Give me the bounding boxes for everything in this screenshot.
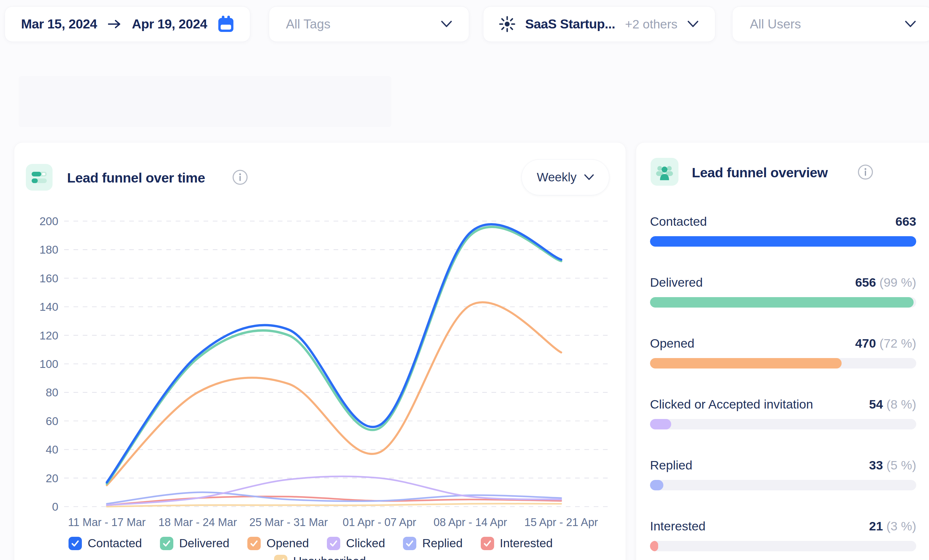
- legend-label: Unsubscribed: [293, 554, 366, 560]
- lead-funnel-line-chart: 02040608010012014016018020011 Mar - 17 M…: [14, 142, 625, 560]
- series-line-unsubscribed: [107, 504, 561, 506]
- y-axis-tick-label: 20: [46, 472, 58, 485]
- overview-row-value: 663: [895, 214, 916, 228]
- legend-item-replied[interactable]: Replied: [403, 537, 463, 550]
- y-axis-tick-label: 160: [40, 272, 58, 285]
- legend-checkbox-checked[interactable]: [403, 537, 416, 550]
- overview-row-label: Delivered: [650, 275, 703, 289]
- checkmark-icon: [330, 540, 338, 547]
- overview-progress-fill: [650, 419, 671, 430]
- overview-progress-track: [650, 480, 916, 490]
- overview-progress-fill: [650, 236, 916, 246]
- overview-row-value: 656: [855, 275, 876, 289]
- info-icon[interactable]: [857, 164, 874, 180]
- overview-card-title: Lead funnel overview: [692, 165, 828, 181]
- overview-row-percent: (3 %): [883, 519, 916, 533]
- date-range-picker[interactable]: Mar 15, 2024 Apr 19, 2024: [5, 6, 250, 42]
- overview-row-value: 33: [869, 458, 883, 472]
- overview-row-replied: Replied33 (5 %): [650, 458, 916, 490]
- overview-progress-fill: [650, 541, 658, 551]
- checkmark-icon: [162, 540, 171, 547]
- overview-row-value: 21: [869, 519, 883, 533]
- legend-label: Replied: [422, 537, 463, 550]
- legend-checkbox-checked[interactable]: [247, 537, 261, 550]
- overview-row-percent: (99 %): [876, 275, 916, 289]
- legend-checkbox-checked[interactable]: [327, 537, 340, 550]
- legend-item-contacted[interactable]: Contacted: [69, 537, 142, 550]
- chevron-down-icon: [584, 174, 594, 181]
- tags-filter-placeholder: All Tags: [286, 17, 330, 31]
- legend-label: Interested: [500, 537, 553, 550]
- series-line-delivered: [107, 227, 561, 484]
- sun-icon: [499, 16, 515, 32]
- legend-label: Clicked: [346, 537, 385, 550]
- users-filter-dropdown[interactable]: All Users: [732, 6, 929, 42]
- overview-row-numbers: 54 (8 %): [869, 397, 916, 412]
- legend-checkbox-checked[interactable]: [160, 537, 173, 550]
- period-selector-dropdown[interactable]: Weekly: [521, 159, 609, 195]
- legend-label: Opened: [267, 537, 309, 550]
- users-filter-placeholder: All Users: [750, 17, 801, 31]
- legend-checkbox-checked[interactable]: [69, 537, 82, 550]
- lead-funnel-overview-card: Lead funnel overview Contacted663Deliver…: [636, 142, 929, 560]
- legend-item-unsubscribed[interactable]: Unsubscribed: [274, 554, 366, 560]
- overview-progress-track: [650, 358, 916, 369]
- legend-label: Contacted: [88, 537, 142, 550]
- legend-item-clicked[interactable]: Clicked: [327, 537, 385, 550]
- overview-row-label: Replied: [650, 458, 692, 472]
- series-line-contacted: [107, 224, 561, 482]
- arrow-right-icon: [108, 19, 121, 29]
- chart-card-title: Lead funnel over time: [67, 170, 205, 186]
- legend-item-interested[interactable]: Interested: [481, 537, 553, 550]
- legend-checkbox-checked[interactable]: [274, 555, 287, 560]
- overview-row-label: Clicked or Accepted invitation: [650, 397, 813, 412]
- campaign-filter-dropdown[interactable]: SaaS Startup... +2 others: [483, 6, 715, 42]
- overview-row-label: Opened: [650, 336, 694, 350]
- info-icon[interactable]: [232, 169, 248, 185]
- chart-legend-row-2: Unsubscribed: [14, 554, 625, 560]
- bar-chart-icon: [26, 164, 52, 191]
- y-axis-tick-label: 140: [40, 301, 58, 313]
- x-axis-tick-label: 18 Mar - 24 Mar: [158, 516, 237, 528]
- empty-placeholder-block: [18, 76, 391, 127]
- overview-row-percent: (72 %): [876, 336, 916, 350]
- x-axis-tick-label: 08 Apr - 14 Apr: [434, 516, 507, 528]
- checkmark-icon: [250, 540, 258, 547]
- overview-row-numbers: 663: [895, 214, 916, 229]
- checkmark-icon: [406, 540, 414, 547]
- checkmark-icon: [71, 540, 79, 547]
- overview-row-value: 470: [855, 336, 876, 350]
- overview-row-contacted: Contacted663: [650, 214, 916, 246]
- overview-row-numbers: 656 (99 %): [855, 275, 916, 289]
- overview-row-value: 54: [869, 397, 883, 411]
- legend-checkbox-checked[interactable]: [481, 537, 494, 550]
- y-axis-tick-label: 200: [40, 215, 58, 228]
- overview-row-numbers: 21 (3 %): [869, 519, 916, 533]
- campaign-extra-count: +2 others: [625, 17, 677, 31]
- x-axis-tick-label: 11 Mar - 17 Mar: [68, 516, 146, 528]
- calendar-icon: [218, 16, 234, 32]
- overview-row-numbers: 33 (5 %): [869, 458, 916, 472]
- y-axis-tick-label: 180: [40, 243, 58, 256]
- users-icon: [651, 158, 678, 186]
- overview-row-label: Contacted: [650, 214, 707, 229]
- legend-item-delivered[interactable]: Delivered: [160, 537, 229, 550]
- date-from: Mar 15, 2024: [21, 17, 97, 32]
- overview-row-clicked-or-accepted-invitation: Clicked or Accepted invitation54 (8 %): [650, 397, 916, 430]
- tags-filter-dropdown[interactable]: All Tags: [269, 6, 469, 42]
- overview-progress-fill: [650, 297, 914, 308]
- overview-row-delivered: Delivered656 (99 %): [650, 275, 916, 308]
- overview-progress-track: [650, 297, 916, 308]
- overview-progress-fill: [650, 480, 663, 490]
- chart-legend-row-1: ContactedDeliveredOpenedClickedRepliedIn…: [69, 537, 553, 550]
- y-axis-tick-label: 80: [46, 386, 58, 399]
- overview-row-percent: (8 %): [883, 397, 916, 411]
- y-axis-tick-label: 0: [52, 500, 58, 513]
- legend-label: Delivered: [179, 537, 229, 550]
- x-axis-tick-label: 01 Apr - 07 Apr: [343, 516, 416, 528]
- overview-progress-track: [650, 541, 916, 551]
- checkmark-icon: [277, 558, 285, 560]
- overview-progress-fill: [650, 358, 842, 369]
- legend-item-opened[interactable]: Opened: [247, 537, 309, 550]
- campaign-selected: SaaS Startup...: [525, 17, 615, 32]
